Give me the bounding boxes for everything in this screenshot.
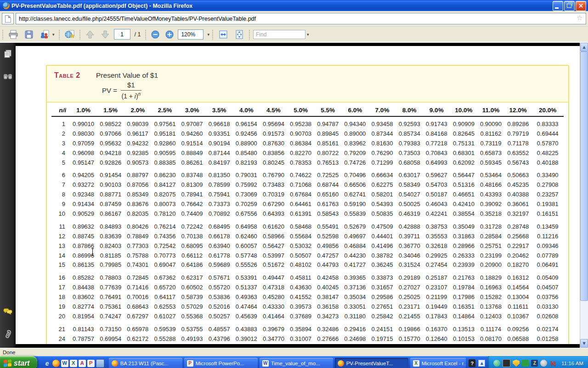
page-total-label: / 1 [135,31,141,38]
table-cell: 0.70892 [206,209,233,219]
expand-tray-icon[interactable]: ▲ [478,360,485,367]
powerpoint-icon[interactable]: P [87,360,95,367]
table-cell: 0.24151 [368,325,396,334]
table-cell: 0.80073 [151,200,178,209]
zoom-in-button[interactable] [164,28,175,41]
next-page-button[interactable] [99,28,112,41]
zoom-out-icon [151,30,160,39]
security-shield-icon[interactable] [513,360,520,367]
messenger-icon[interactable] [493,360,500,367]
table-cell: 0.92348 [70,190,97,200]
table-cell: 0.18270 [504,260,531,270]
period-cell: 3 [51,139,70,149]
zoom-level-select[interactable]: 120% [178,29,204,40]
attachments-panel-icon[interactable] [3,329,12,341]
comments-panel-icon[interactable] [3,307,13,317]
url-input[interactable] [16,13,586,24]
table-cell: 0.99010 [70,120,97,129]
table-cell: 0.41552 [287,293,314,302]
bookmark-star-icon[interactable]: ☆ [577,15,583,22]
task-button[interactable]: BA 213 W11 (Pasc... [109,358,182,368]
scroll-up-button[interactable]: ▲ [580,43,588,52]
table-cell: 0.55491 [314,222,341,232]
upload-button[interactable] [63,28,77,41]
firefox-icon [3,2,10,9]
table-cell: 0.73150 [97,325,124,334]
fit-page-button[interactable] [232,28,246,41]
table-cell: 0.87144 [206,149,233,158]
table-cell: 0.29189 [396,273,423,283]
scroll-down-button[interactable]: ▼ [580,339,588,348]
volume-icon[interactable] [540,360,547,367]
device-icon[interactable] [503,359,510,367]
task-button[interactable]: PMicrosoft PowerPo... [184,358,258,368]
table-cell: 0.86230 [151,171,178,180]
table-cell: 0.21199 [423,293,450,302]
table-cell: 0.83602 [70,293,97,302]
period-cell: 5 [51,158,70,168]
minimize-button[interactable] [553,1,563,11]
internet-explorer-icon[interactable]: e [44,360,51,367]
table-cell: 0.19449 [423,302,450,312]
norton-icon[interactable]: N [549,360,556,367]
pages-panel-icon[interactable] [3,49,12,60]
table-cell: 0.12640 [423,334,450,344]
fit-width-button[interactable] [216,28,230,41]
zoom-out-button[interactable] [149,28,161,41]
collaborate-button[interactable]: ▾ [38,28,56,41]
restore-button[interactable] [564,1,575,11]
table-cell: 0.19715 [368,334,396,344]
scrollbar-thumb[interactable] [580,52,588,301]
task-button[interactable]: XMicrosoft Excel - r... [410,358,466,368]
help-icon[interactable]: ? [469,359,475,367]
task-button[interactable]: WTime_value_of_mo... [260,358,333,368]
pv-table: Table 2 Present Value of $1 PV = $1 (1 +… [46,65,569,344]
find-dropdown-arrow-icon[interactable]: ▾ [307,32,309,37]
zoom-dropdown-arrow-icon[interactable]: ▾ [207,32,209,37]
save-button[interactable] [23,28,35,41]
table-cell: 0.55288 [151,334,178,344]
table-cell: 0.71178 [504,139,531,149]
table-cell: 0.90909 [450,120,477,129]
table-cell: 0.41727 [341,260,368,270]
zone-icon[interactable]: Z [531,360,538,367]
taskbar-clock[interactable]: 11:16 AM [561,361,583,366]
table-cell: 0.62172 [124,334,151,344]
table-cell: 0.78757 [70,334,97,344]
firefox-icon[interactable] [52,360,60,367]
table-cell: 0.79985 [97,260,124,270]
table-cell: 0.19866 [396,325,423,334]
scrollbar-track[interactable] [580,301,588,339]
table-header-row: n/i1.0%1.5%2.0%2.5%3.0%3.5%4.0%4.5%5.0%5… [51,104,564,117]
vertical-scrollbar[interactable]: ▲ ▼ [580,43,588,348]
table-row: 120.887450.836390.788490.743560.701380.6… [51,232,564,242]
table-cell: 0.78941 [179,190,206,200]
table-cell: 0.80245 [260,158,287,168]
printer-icon [8,29,19,40]
table-row: 150.861350.799850.743010.690470.641860.5… [51,260,564,270]
table-cell: 0.89286 [504,120,531,129]
page-number-input[interactable] [114,29,130,40]
close-button[interactable]: × [576,1,586,11]
task-button[interactable]: PV-PresentValueT... [335,358,408,368]
antivirus-icon[interactable] [522,360,529,367]
table-cell: 0.91743 [423,120,450,129]
previous-page-button[interactable] [84,28,96,41]
search-panel-icon[interactable] [3,72,13,82]
excel-icon[interactable]: X [70,360,77,367]
table-cell: 0.27454 [423,260,450,270]
print-button[interactable] [6,28,20,41]
title-bar[interactable]: PV-PresentValueTable.pdf (application/pd… [0,0,588,11]
table-cell: 0.66178 [206,232,233,242]
table-cell: 0.38554 [450,209,477,219]
start-button[interactable]: start [0,356,37,368]
show-desktop-icon[interactable] [96,359,104,368]
favicon [2,13,14,24]
table-cell: 0.21763 [450,273,477,283]
table-cell: 0.84893 [97,222,124,232]
word-icon[interactable]: W [61,360,68,367]
table-cell: 0.02608 [531,312,564,322]
column-header: n/i [51,107,70,114]
find-input[interactable] [253,30,305,39]
access-icon[interactable]: A [79,360,86,367]
